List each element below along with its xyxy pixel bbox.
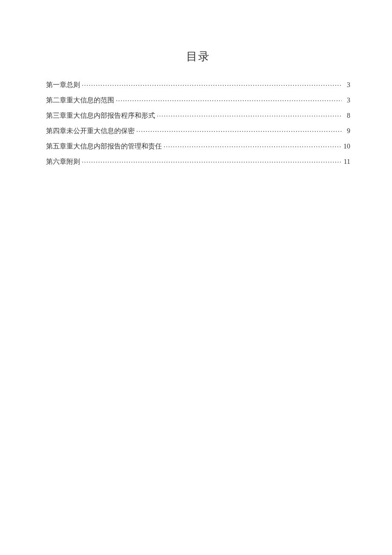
toc-leader-dots bbox=[82, 80, 342, 87]
toc-entry-page: 10 bbox=[342, 143, 350, 150]
toc-entry-label: 第六章附则 bbox=[46, 158, 82, 165]
toc-entry-page: 3 bbox=[342, 81, 350, 88]
toc-entry: 第二章重大信息的范围 3 bbox=[46, 96, 350, 104]
toc-entry-page: 9 bbox=[342, 128, 350, 134]
toc-entry-label: 第三章重大信息内部报告程序和形式 bbox=[46, 112, 157, 119]
document-page: 目录 第一章总则 3 第二章重大信息的范围 3 第三章重大信息内部报告程序和形式… bbox=[0, 0, 392, 165]
toc-entry-page: 11 bbox=[342, 158, 350, 165]
toc-entry-label: 第二章重大信息的范围 bbox=[46, 97, 116, 104]
toc-entry-label: 第五章重大信息内部报告的管理和责任 bbox=[46, 143, 164, 150]
toc-leader-dots bbox=[157, 111, 342, 118]
toc-entry-label: 第一章总则 bbox=[46, 81, 82, 88]
toc-leader-dots bbox=[136, 126, 342, 133]
toc-leader-dots bbox=[164, 142, 342, 148]
toc-entry: 第三章重大信息内部报告程序和形式 8 bbox=[46, 111, 350, 119]
toc-entry: 第一章总则 3 bbox=[46, 80, 350, 88]
toc-leader-dots bbox=[82, 157, 342, 164]
toc-entry-page: 3 bbox=[342, 97, 350, 104]
toc-entry: 第六章附则 11 bbox=[46, 157, 350, 165]
toc-list: 第一章总则 3 第二章重大信息的范围 3 第三章重大信息内部报告程序和形式 8 … bbox=[46, 80, 350, 165]
toc-entry: 第五章重大信息内部报告的管理和责任 10 bbox=[46, 142, 350, 150]
toc-leader-dots bbox=[116, 96, 342, 102]
toc-entry-label: 第四章未公开重大信息的保密 bbox=[46, 128, 136, 134]
toc-title: 目录 bbox=[46, 49, 350, 64]
toc-entry: 第四章未公开重大信息的保密 9 bbox=[46, 126, 350, 134]
toc-entry-page: 8 bbox=[342, 112, 350, 119]
